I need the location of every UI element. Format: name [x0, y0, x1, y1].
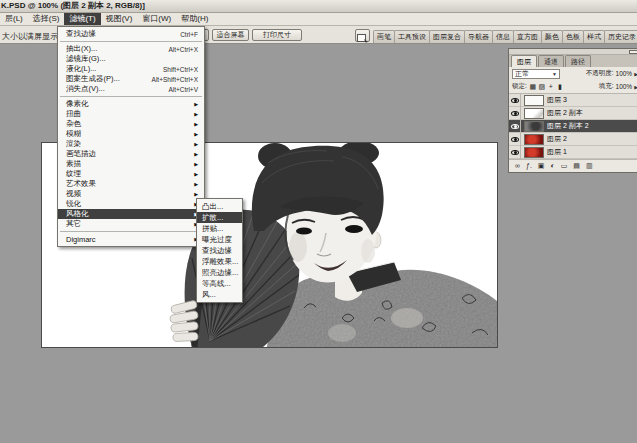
palette-well-tab[interactable]: 颜色 — [541, 30, 563, 43]
lock-transparency-icon[interactable]: ▦ — [529, 83, 537, 91]
filter-menu-item[interactable]: 其它 ▶ — [58, 219, 204, 229]
visibility-toggle[interactable] — [509, 146, 521, 159]
menu-item-label: 艺术效果 — [66, 179, 96, 189]
visibility-toggle[interactable] — [509, 120, 521, 133]
lock-all-icon[interactable]: ▮ — [556, 83, 564, 91]
menu-item-label: 风格化 — [66, 209, 89, 219]
blend-mode-select[interactable]: 正常 ▼ — [512, 69, 560, 79]
palette-well-tab[interactable]: 色板 — [562, 30, 584, 43]
blend-mode-row: 正常 ▼ 不透明度: 100% ▶ — [509, 67, 637, 80]
palette-tab[interactable]: 通道 — [538, 55, 564, 67]
menu-item-label: 素描 — [66, 159, 81, 169]
palette-well-tab[interactable]: 样式 — [583, 30, 605, 43]
palette-tab[interactable]: 路径 — [565, 55, 591, 67]
filter-menu-item[interactable]: 杂色 ▶ — [58, 119, 204, 129]
filter-menu-item[interactable]: Digimarc ▶ — [58, 234, 204, 244]
submenu-item[interactable]: 查找边缘 — [197, 245, 242, 256]
opacity-value[interactable]: 100% — [616, 70, 633, 77]
submenu-item[interactable]: 风... — [197, 289, 242, 300]
menu-bar-item-label: 帮助(H) — [181, 14, 208, 23]
filter-menu-item[interactable]: 抽出(X)... Alt+Ctrl+X — [58, 44, 204, 54]
fill-label: 填充: — [599, 82, 614, 91]
filter-menu-item[interactable]: 锐化 ▶ — [58, 199, 204, 209]
layer-mask-icon[interactable]: ▣ — [538, 162, 545, 170]
visibility-toggle[interactable] — [509, 133, 521, 146]
filter-menu-item[interactable]: 素描 ▶ — [58, 159, 204, 169]
submenu-item[interactable]: 等高线... — [197, 278, 242, 289]
submenu-item[interactable]: 扩散... — [197, 212, 242, 223]
menu-bar-item[interactable]: 帮助(H) — [176, 13, 213, 25]
palette-well-tab[interactable]: 直方图 — [513, 30, 542, 43]
submenu-arrow-icon: ▶ — [194, 171, 198, 177]
palette-well-tab-label: 直方图 — [517, 33, 538, 40]
eye-icon — [511, 98, 519, 103]
link-layers-icon[interactable]: ∞ — [515, 162, 520, 170]
adjustment-layer-icon[interactable]: ◐ — [550, 162, 554, 170]
menu-bar-item[interactable]: 选择(S) — [28, 13, 65, 25]
fit-screen-button[interactable]: 适合屏幕 — [212, 29, 249, 41]
filter-menu-item[interactable]: 风格化 ▶ — [58, 209, 204, 219]
palette-well-tab-label: 画笔 — [377, 33, 391, 40]
submenu-arrow-icon: ▶ — [194, 151, 198, 157]
submenu-item[interactable]: 浮雕效果... — [197, 256, 242, 267]
file-browser-button[interactable] — [355, 29, 370, 42]
layer-row[interactable]: 图层 3 — [509, 94, 637, 107]
palette-well-tab[interactable]: 历史记录 — [604, 30, 637, 43]
fill-value[interactable]: 100% — [616, 83, 633, 90]
palette-collapse-button[interactable] — [629, 50, 637, 54]
palette-well-tab-label: 颜色 — [545, 33, 559, 40]
filter-menu-item[interactable]: 渲染 ▶ — [58, 139, 204, 149]
palette-well-tab[interactable]: 信息 — [492, 30, 514, 43]
layer-row[interactable]: 图层 1 — [509, 146, 637, 159]
menu-bar-item[interactable]: 层(L) — [0, 13, 28, 25]
menu-item-label: 其它 — [66, 219, 81, 229]
print-size-button[interactable]: 打印尺寸 — [252, 29, 302, 41]
layer-row[interactable]: 图层 2 副本 2 — [509, 120, 637, 133]
menu-item-label: 查找边缘 — [202, 246, 232, 256]
layer-style-icon[interactable]: ƒ. — [526, 162, 532, 170]
lock-position-icon[interactable]: + — [547, 83, 555, 91]
filter-menu-item[interactable]: 查找边缘 Ctrl+F — [58, 29, 204, 39]
lock-paint-icon[interactable]: ▨ — [538, 83, 546, 91]
visibility-toggle[interactable] — [509, 94, 521, 107]
visibility-toggle[interactable] — [509, 107, 521, 120]
submenu-item[interactable]: 拼贴... — [197, 223, 242, 234]
filter-menu-item[interactable]: 滤镜库(G)... — [58, 54, 204, 64]
submenu-item[interactable]: 照亮边缘... — [197, 267, 242, 278]
menu-item-label: 液化(L)... — [66, 64, 96, 74]
submenu-item[interactable]: 凸出... — [197, 201, 242, 212]
layer-thumbnail — [524, 95, 544, 106]
menu-item-label: 拼贴... — [202, 224, 223, 234]
filter-menu-item[interactable]: 艺术效果 ▶ — [58, 179, 204, 189]
document-title: K.PSD @ 100% (图层 2 副本 2, RGB/8)] — [1, 1, 145, 10]
submenu-item[interactable]: 曝光过度 — [197, 234, 242, 245]
menu-bar-item[interactable]: 视图(V) — [101, 13, 138, 25]
filter-menu-item[interactable]: 消失点(V)... Alt+Ctrl+V — [58, 84, 204, 94]
filter-menu-item[interactable]: 画笔描边 ▶ — [58, 149, 204, 159]
eye-icon — [511, 111, 519, 116]
palette-well-tab[interactable]: 导航器 — [464, 30, 493, 43]
delete-layer-icon[interactable]: ▥ — [586, 162, 593, 170]
filter-menu-item[interactable]: 模糊 ▶ — [58, 129, 204, 139]
filter-menu-item[interactable]: 图案生成器(P)... Alt+Shift+Ctrl+X — [58, 74, 204, 84]
menu-bar-item[interactable]: 窗口(W) — [137, 13, 176, 25]
filter-menu-item[interactable]: 纹理 ▶ — [58, 169, 204, 179]
palette-well-tab[interactable]: 工具预设 — [394, 30, 430, 43]
filter-menu-item[interactable]: 视频 ▶ — [58, 189, 204, 199]
menu-item-label: Digimarc — [66, 235, 96, 244]
palette-well-tab[interactable]: 图层复合 — [429, 30, 465, 43]
submenu-arrow-icon: ▶ — [194, 191, 198, 197]
menu-bar-item[interactable]: 滤镜(T) — [64, 13, 100, 25]
eye-icon — [511, 150, 519, 155]
layer-group-icon[interactable]: ▭ — [561, 162, 568, 170]
filter-menu-item[interactable]: 扭曲 ▶ — [58, 109, 204, 119]
layer-row[interactable]: 图层 2 副本 — [509, 107, 637, 120]
palette-title-bar — [509, 49, 637, 55]
lock-row: 锁定: ▦▨+▮ 填充: 100% ▶ — [509, 80, 637, 93]
filter-menu-item[interactable]: 液化(L)... Shift+Ctrl+X — [58, 64, 204, 74]
new-layer-icon[interactable]: ▤ — [573, 162, 580, 170]
filter-menu-item[interactable]: 像素化 ▶ — [58, 99, 204, 109]
palette-tab[interactable]: 图层 — [511, 55, 537, 67]
palette-well-tab[interactable]: 画笔 — [373, 30, 395, 43]
layer-row[interactable]: 图层 2 — [509, 133, 637, 146]
